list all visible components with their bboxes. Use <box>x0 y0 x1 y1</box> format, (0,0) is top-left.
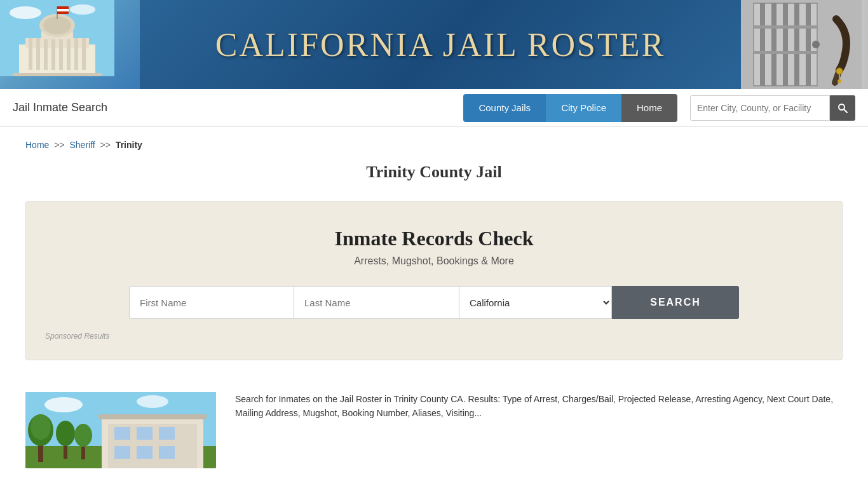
svg-point-2 <box>70 4 95 15</box>
svg-rect-49 <box>159 446 175 459</box>
city-police-button[interactable]: City Police <box>546 94 621 122</box>
nav-search-input[interactable] <box>690 95 830 121</box>
breadcrumb-sep-2: >> <box>100 140 111 150</box>
breadcrumb-sep-1: >> <box>54 140 64 150</box>
svg-rect-4 <box>25 38 89 48</box>
svg-rect-19 <box>57 9 69 11</box>
svg-rect-20 <box>57 11 69 14</box>
home-button[interactable]: Home <box>621 94 677 122</box>
state-select[interactable]: AlabamaAlaskaArizonaArkansasCaliforniaCo… <box>459 286 612 319</box>
nav-buttons: County Jails City Police Home <box>463 94 677 122</box>
search-form: AlabamaAlaskaArizonaArkansasCaliforniaCo… <box>45 286 823 319</box>
svg-rect-6 <box>36 38 40 70</box>
svg-rect-12 <box>82 38 86 70</box>
county-jails-button[interactable]: County Jails <box>463 94 546 122</box>
svg-point-40 <box>137 395 168 408</box>
svg-rect-45 <box>137 427 153 440</box>
svg-rect-5 <box>29 38 32 70</box>
svg-point-33 <box>836 68 843 74</box>
facility-description: Search for Inmates on the Jail Roster in… <box>235 392 843 468</box>
svg-rect-11 <box>74 38 78 70</box>
header-center: California Jail Roster <box>140 0 741 89</box>
svg-point-55 <box>56 421 75 446</box>
breadcrumb-current: Trinity <box>116 140 142 150</box>
records-title: Inmate Records Check <box>45 227 823 250</box>
search-icon <box>837 103 848 113</box>
header-banner: California Jail Roster <box>0 0 868 89</box>
facility-desc-text: Search for Inmates on the Jail Roster in… <box>235 392 843 421</box>
main-content: Home >> Sheriff >> Trinity Trinity Count… <box>0 127 868 488</box>
svg-rect-29 <box>806 3 811 86</box>
breadcrumb-sheriff[interactable]: Sheriff <box>70 140 95 150</box>
nav-brand: Jail Inmate Search <box>13 101 107 114</box>
svg-rect-31 <box>754 51 817 54</box>
first-name-input[interactable] <box>129 286 294 319</box>
nav-search-button[interactable] <box>830 95 855 121</box>
facility-svg <box>25 392 216 468</box>
site-title: California Jail Roster <box>215 26 665 64</box>
svg-rect-26 <box>771 3 776 86</box>
svg-rect-22 <box>13 73 102 76</box>
svg-rect-47 <box>114 446 130 459</box>
search-button[interactable]: SEARCH <box>612 286 739 319</box>
svg-rect-44 <box>114 427 130 440</box>
svg-point-35 <box>837 79 841 83</box>
breadcrumb-home[interactable]: Home <box>25 140 49 150</box>
svg-point-1 <box>10 6 41 19</box>
sponsored-label: Sponsored Results <box>45 332 823 341</box>
svg-rect-10 <box>67 38 71 70</box>
header-left-image <box>0 0 140 89</box>
svg-rect-46 <box>159 427 175 440</box>
svg-rect-27 <box>783 3 788 86</box>
svg-point-32 <box>812 41 820 48</box>
svg-rect-7 <box>44 38 48 70</box>
svg-point-39 <box>44 397 83 412</box>
svg-rect-8 <box>51 38 55 70</box>
bottom-section: Search for Inmates on the Jail Roster in… <box>25 379 843 481</box>
records-section: Inmate Records Check Arrests, Mugshot, B… <box>25 201 843 360</box>
records-subtitle: Arrests, Mugshot, Bookings & More <box>45 255 823 267</box>
svg-rect-50 <box>98 414 207 419</box>
svg-rect-25 <box>760 3 765 86</box>
header-right-image <box>741 0 868 89</box>
svg-rect-48 <box>137 446 153 459</box>
nav-search-wrap <box>690 95 855 121</box>
svg-rect-30 <box>754 25 817 29</box>
svg-line-37 <box>844 109 847 112</box>
navbar: Jail Inmate Search County Jails City Pol… <box>0 89 868 127</box>
svg-rect-18 <box>57 6 69 9</box>
facility-image <box>25 392 216 468</box>
svg-point-57 <box>74 424 92 447</box>
breadcrumb: Home >> Sheriff >> Trinity <box>25 140 843 150</box>
svg-rect-9 <box>59 38 63 70</box>
svg-point-15 <box>43 17 71 34</box>
page-title: Trinity County Jail <box>25 163 843 182</box>
svg-rect-28 <box>794 3 799 86</box>
last-name-input[interactable] <box>294 286 459 319</box>
svg-point-53 <box>31 414 51 440</box>
